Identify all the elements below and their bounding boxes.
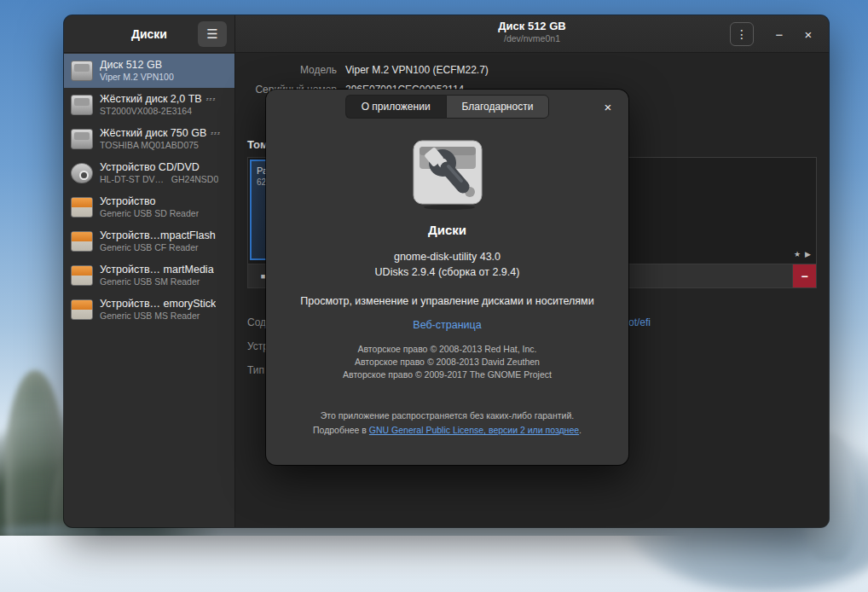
device-name: Устройств… martMedia <box>100 264 214 277</box>
device-desc: Generic USB SM Reader <box>100 276 214 287</box>
license-block: Это приложение распространяется без каки… <box>313 409 582 438</box>
mount-point-link[interactable]: ot/efi <box>628 316 651 328</box>
device-desc: ST2000VX008-2E3164 <box>100 106 216 117</box>
device-name: Устройство CD/DVD <box>100 161 218 175</box>
minimize-button[interactable]: − <box>767 22 791 46</box>
device-desc: Generic USB SD Reader <box>100 208 199 219</box>
app-description: Просмотр, изменение и управление дисками… <box>300 295 593 307</box>
copyright-block: Авторское право © 2008-2013 Red Hat, Inc… <box>343 343 552 381</box>
sleep-icon: ᶻᶻᶻ <box>211 131 221 139</box>
about-dialog-header: О приложении Благодарности × <box>266 90 628 124</box>
partition-flags: ★ ▶ <box>794 250 811 258</box>
tab-about[interactable]: О приложении <box>345 95 446 119</box>
drive-icon <box>71 95 93 115</box>
about-dialog-tabs: О приложении Благодарности <box>345 95 550 119</box>
device-desc: HL-DT-ST DV… GH24NSD0 <box>100 174 218 185</box>
sidebar-header: Диски ☰ <box>64 15 234 53</box>
sidebar-item-usb-cf[interactable]: Устройств…mpactFlash Generic USB CF Read… <box>64 224 234 258</box>
dialog-close-button[interactable]: × <box>599 98 616 115</box>
card-reader-icon <box>71 197 93 218</box>
hamburger-icon: ☰ <box>206 26 217 42</box>
disks-sidebar: Диски ☰ Диск 512 GB Viper M.2 VPN100 Жёс… <box>64 15 235 527</box>
card-reader-icon <box>71 265 93 286</box>
device-name: Устройств…mpactFlash <box>100 229 216 243</box>
sidebar-item-cd-dvd[interactable]: Устройство CD/DVD HL-DT-ST DV… GH24NSD0 <box>64 156 234 190</box>
license-warranty-line: Это приложение распространяется без каки… <box>313 409 582 423</box>
optical-disc-icon <box>71 163 93 183</box>
sidebar-item-usb-sm[interactable]: Устройств… martMedia Generic USB SM Read… <box>64 258 234 293</box>
copyright-line: Авторское право © 2008-2013 David Zeuthe… <box>343 356 552 369</box>
gpl-license-link[interactable]: GNU General Public License, версии 2 или… <box>369 425 579 435</box>
stop-icon: ■ <box>261 272 265 281</box>
sidebar-title: Диски <box>131 27 167 41</box>
device-name: Жёсткий диск 750 GBᶻᶻᶻ <box>100 127 221 141</box>
model-value: Viper M.2 VPN100 (ECFM22.7) <box>345 64 489 76</box>
disks-app-icon <box>407 131 489 212</box>
delete-partition-button[interactable]: − <box>792 264 816 287</box>
minimize-icon: − <box>776 27 784 42</box>
type-label: Тип <box>247 364 264 376</box>
drive-menu-button[interactable]: ⋮ <box>730 22 754 46</box>
close-window-button[interactable]: × <box>796 22 820 46</box>
device-desc: Viper M.2 VPN100 <box>100 72 174 83</box>
device-name: Устройств… emoryStick <box>100 298 216 311</box>
drive-icon <box>71 61 93 81</box>
device-list: Диск 512 GB Viper M.2 VPN100 Жёсткий дис… <box>64 54 234 327</box>
copyright-line: Авторское право © 2008-2013 Red Hat, Inc… <box>343 343 552 356</box>
sidebar-item-hdd-750gb[interactable]: Жёсткий диск 750 GBᶻᶻᶻ TOSHIBA MQ01ABD07… <box>64 122 234 156</box>
close-icon: × <box>805 27 813 42</box>
device-desc: Generic USB CF Reader <box>100 242 216 253</box>
kebab-icon: ⋮ <box>736 27 748 41</box>
about-dialog-body: Диски gnome-disk-utility 43.0 UDisks 2.9… <box>266 124 628 438</box>
headerbar: Диск 512 GB /dev/nvme0n1 ⋮ − × <box>235 15 829 53</box>
app-name: Диски <box>428 223 466 237</box>
about-dialog: О приложении Благодарности × Диски gnome… <box>266 90 628 465</box>
sleep-icon: ᶻᶻᶻ <box>206 96 217 105</box>
device-desc: TOSHIBA MQ01ABD075 <box>100 140 221 151</box>
device-name: Диск 512 GB <box>100 59 174 73</box>
app-menu-button[interactable]: ☰ <box>198 21 227 47</box>
drive-icon <box>71 129 93 149</box>
card-reader-icon <box>71 231 93 252</box>
star-icon: ★ <box>794 250 801 258</box>
sidebar-item-usb-ms[interactable]: Устройств… emoryStick Generic USB MS Rea… <box>64 293 234 327</box>
copyright-line: Авторское право © 2009-2017 The GNOME Pr… <box>343 369 552 381</box>
sidebar-item-hdd-2tb[interactable]: Жёсткий диск 2,0 TBᶻᶻᶻ ST2000VX008-2E316… <box>64 88 234 122</box>
play-icon: ▶ <box>805 250 811 258</box>
tab-credits[interactable]: Благодарности <box>446 95 550 119</box>
device-desc: Generic USB MS Reader <box>100 311 216 322</box>
close-icon: × <box>605 100 612 114</box>
model-label: Модель <box>235 64 337 76</box>
version-line: gnome-disk-utility 43.0 <box>394 251 501 263</box>
device-name: Жёсткий диск 2,0 TBᶻᶻᶻ <box>100 93 216 107</box>
device-name: Устройство <box>100 195 199 209</box>
license-more-line: Подробнее в GNU General Public License, … <box>313 423 582 438</box>
sidebar-item-disk-512gb[interactable]: Диск 512 GB Viper M.2 VPN100 <box>64 54 234 88</box>
sidebar-item-usb-sd[interactable]: Устройство Generic USB SD Reader <box>64 190 234 224</box>
minus-icon: − <box>801 270 807 283</box>
card-reader-icon <box>71 299 93 320</box>
website-link[interactable]: Веб-страница <box>413 319 481 331</box>
udisks-line: UDisks 2.9.4 (сборка от 2.9.4) <box>375 266 520 278</box>
